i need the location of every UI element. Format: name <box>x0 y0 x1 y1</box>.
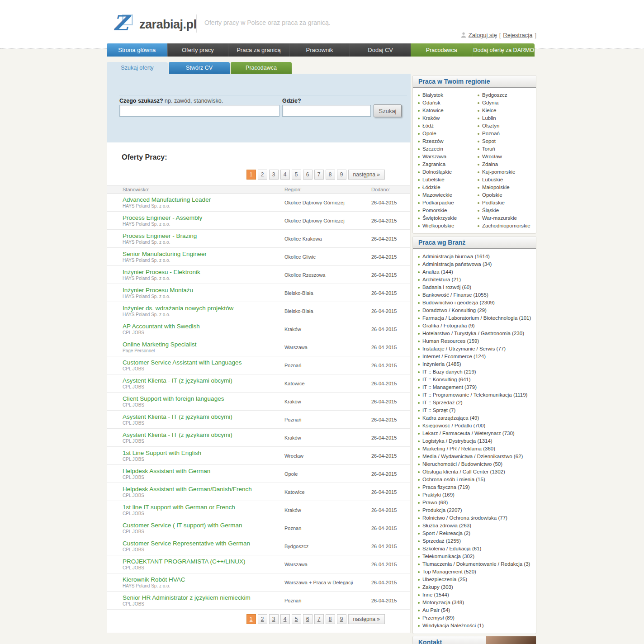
region-link[interactable]: War-mazurskie <box>476 214 536 222</box>
page-number[interactable]: 3 <box>269 170 279 180</box>
job-title-link[interactable]: Asystent Klienta - IT (z językami obcymi… <box>123 377 284 384</box>
industry-link[interactable]: Praca fizyczna (719) <box>417 483 536 491</box>
industry-link[interactable]: Analiza (144) <box>417 268 536 276</box>
region-link[interactable]: Białystok <box>417 91 476 99</box>
job-title-link[interactable]: Inżynier ds. wdrażania nowych projektów <box>123 305 284 312</box>
tab-stworz-cv[interactable]: Stwórz CV <box>169 62 230 74</box>
page-number[interactable]: 8 <box>326 614 335 624</box>
industry-link[interactable]: Ubezpieczenia (25) <box>417 576 536 583</box>
region-link[interactable]: Sopot <box>476 137 536 145</box>
page-number[interactable]: 6 <box>303 170 313 180</box>
industry-link[interactable]: Kadra zarządzająca (49) <box>417 414 536 422</box>
region-link[interactable]: Katowice <box>417 107 476 114</box>
industry-link[interactable]: Sport / Rekreacja (2) <box>417 530 536 537</box>
industry-link[interactable]: IT :: Konsulting (641) <box>417 376 536 384</box>
industry-link[interactable]: Rolnictwo / Ochrona środowiska (77) <box>417 514 536 522</box>
industry-link[interactable]: Hotelarstwo / Turystyka / Gastronomia (2… <box>417 330 536 337</box>
industry-link[interactable]: Przemysł (89) <box>417 614 536 622</box>
job-title-link[interactable]: Customer Service ( IT support) with Germ… <box>123 522 284 529</box>
region-link[interactable]: Małopolskie <box>476 184 536 191</box>
page-number[interactable]: 7 <box>314 170 324 180</box>
main-nav-item[interactable]: Strona główna <box>107 43 167 57</box>
industry-link[interactable]: Ochrona osób i mienia (15) <box>417 476 536 483</box>
industry-link[interactable]: IT :: Management (379) <box>417 384 536 391</box>
region-link[interactable]: Opolskie <box>476 191 536 199</box>
main-nav-item[interactable]: Dodaj CV <box>350 43 411 57</box>
industry-link[interactable]: Inne (1544) <box>417 591 536 599</box>
industry-link[interactable]: IT :: Sprzęt (7) <box>417 407 536 414</box>
region-link[interactable]: Zdalna <box>476 161 536 168</box>
region-link[interactable]: Warszawa <box>417 153 476 161</box>
industry-link[interactable]: Administracja biurowa (1614) <box>417 253 536 260</box>
region-link[interactable]: Gdynia <box>476 99 536 107</box>
industry-link[interactable]: Sprzedaż (1255) <box>417 537 536 545</box>
job-title-link[interactable]: Senior Manufacturing Engineer <box>123 251 284 257</box>
region-link[interactable]: Olsztyn <box>476 122 536 130</box>
page-number[interactable]: 2 <box>258 170 267 180</box>
region-link[interactable]: Wrocław <box>476 153 536 161</box>
job-title-link[interactable]: Helpdesk Assistant with German <box>123 468 284 474</box>
register-link[interactable]: Rejestracja <box>503 32 532 38</box>
region-link[interactable]: Zachodniopomorskie <box>476 222 536 230</box>
industry-link[interactable]: Nieruchomości / Budownictwo (50) <box>417 460 536 468</box>
industry-link[interactable]: Motoryzacja (348) <box>417 599 536 606</box>
page-number[interactable]: 7 <box>314 614 324 624</box>
region-link[interactable]: Gdańsk <box>417 99 476 107</box>
region-link[interactable]: Szczecin <box>417 145 476 153</box>
employer-nav-item[interactable]: Dodaj ofertę za DARMO <box>473 43 535 57</box>
region-link[interactable]: Bydgoszcz <box>476 91 536 99</box>
job-title-link[interactable]: Client Support with foreign languages <box>123 395 284 402</box>
industry-link[interactable]: Tłumaczenia / Dokumentowanie / Redakcja … <box>417 560 536 568</box>
region-link[interactable]: Lubuskie <box>476 176 536 184</box>
region-link[interactable]: Wielkopolskie <box>417 222 476 230</box>
next-page-button[interactable]: następna » <box>348 614 385 624</box>
industry-link[interactable]: Prawo (68) <box>417 499 536 507</box>
page-number[interactable]: 9 <box>337 170 346 180</box>
industry-link[interactable]: Księgowość / Podatki (700) <box>417 422 536 430</box>
industry-link[interactable]: Zakupy (303) <box>417 583 536 591</box>
industry-link[interactable]: Administracja państwowa (34) <box>417 260 536 268</box>
page-number[interactable]: 1 <box>246 170 256 180</box>
region-link[interactable]: Łódź <box>417 122 476 130</box>
region-link[interactable]: Kuj-pomorskie <box>476 168 536 176</box>
job-title-link[interactable]: Inżynier Procesu Montażu <box>123 287 284 294</box>
region-link[interactable]: Pomorskie <box>417 207 476 214</box>
search-what-input[interactable] <box>119 105 279 117</box>
main-nav-item[interactable]: Pracownik <box>289 43 350 57</box>
industry-link[interactable]: IT :: Sprzedaż (2) <box>417 399 536 407</box>
job-title-link[interactable]: Process Engineer - Brazing <box>123 232 284 239</box>
job-title-link[interactable]: Customer Service Assistant with Language… <box>123 359 284 366</box>
region-link[interactable]: Rzeszów <box>417 137 476 145</box>
job-title-link[interactable]: Asystent Klienta - IT (z językami obcymi… <box>123 413 284 420</box>
region-link[interactable]: Zagranica <box>417 161 476 168</box>
industry-link[interactable]: Top Management (520) <box>417 568 536 576</box>
login-link[interactable]: Zaloguj się <box>469 32 497 38</box>
industry-link[interactable]: Bankowość / Finanse (1055) <box>417 291 536 299</box>
region-link[interactable]: Dolnośląskie <box>417 168 476 176</box>
region-link[interactable]: Świętokrzyskie <box>417 214 476 222</box>
job-title-link[interactable]: AP Accountant with Swedish <box>123 323 284 330</box>
industry-link[interactable]: Au Pair (54) <box>417 606 536 614</box>
next-page-button[interactable]: następna » <box>348 170 385 180</box>
job-title-link[interactable]: Advanced Manufacturing Leader <box>123 196 284 203</box>
tab-pracodawca[interactable]: Pracodawca <box>231 62 292 74</box>
job-title-link[interactable]: Online Marketing Specialist <box>123 341 284 348</box>
page-number[interactable]: 3 <box>269 614 279 624</box>
job-title-link[interactable]: Process Engineer - Assembly <box>123 214 284 221</box>
industry-link[interactable]: Praktyki (169) <box>417 491 536 499</box>
industry-link[interactable]: Architektura (21) <box>417 276 536 284</box>
job-title-link[interactable]: Helpdesk Assistant with German/Danish/Fr… <box>123 486 284 492</box>
job-title-link[interactable]: Customer Service Representative with Ger… <box>123 540 284 547</box>
search-button[interactable]: Szukaj <box>374 104 402 117</box>
industry-link[interactable]: Obsługa klienta / Call Center (1302) <box>417 468 536 476</box>
job-title-link[interactable]: Asystent Klienta - IT (z językami obcymi… <box>123 431 284 438</box>
region-link[interactable]: Łódzkie <box>417 184 476 191</box>
job-title-link[interactable]: Inżynier Procesu - Elektronik <box>123 269 284 275</box>
industry-link[interactable]: Lekarz / Farmaceuta / Weterynarz (730) <box>417 430 536 437</box>
region-link[interactable]: Toruń <box>476 145 536 153</box>
region-link[interactable]: Podlaskie <box>476 199 536 207</box>
page-number[interactable]: 6 <box>303 614 313 624</box>
industry-link[interactable]: Telekomunikacja (302) <box>417 553 536 560</box>
industry-link[interactable]: Windykacja Należności (1) <box>417 622 536 630</box>
region-link[interactable]: Mazowieckie <box>417 191 476 199</box>
